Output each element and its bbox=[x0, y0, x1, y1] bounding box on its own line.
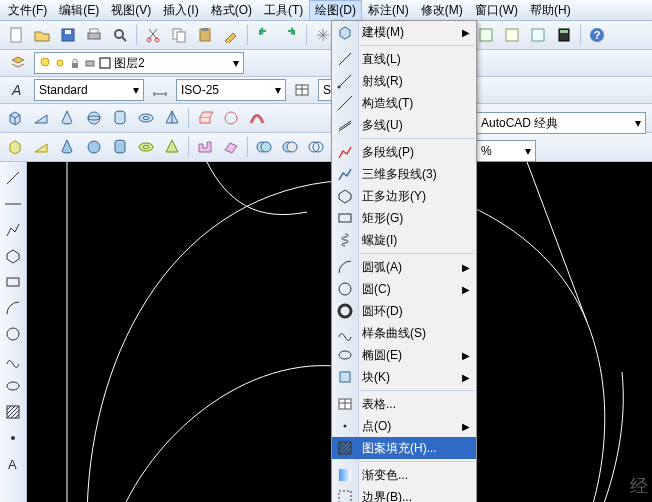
rect-icon[interactable] bbox=[1, 270, 25, 294]
menu-insert[interactable]: 插入(I) bbox=[157, 0, 204, 21]
new-icon[interactable] bbox=[4, 23, 28, 47]
wedge-icon[interactable] bbox=[30, 106, 54, 130]
save-icon[interactable] bbox=[56, 23, 80, 47]
menu-item-boundary[interactable]: 边界(B)... bbox=[332, 486, 476, 502]
table-icon bbox=[336, 395, 354, 413]
menu-file[interactable]: 文件(F) bbox=[2, 0, 53, 21]
menu-item-ellipse[interactable]: 椭圆(E)▶ bbox=[332, 344, 476, 366]
menu-item-rect[interactable]: 矩形(G) bbox=[332, 207, 476, 229]
text-icon[interactable]: A bbox=[1, 452, 25, 476]
pyr2-icon[interactable] bbox=[160, 135, 184, 159]
cone-icon[interactable] bbox=[56, 106, 80, 130]
sphere2-icon[interactable] bbox=[82, 135, 106, 159]
menu-item-mline[interactable]: 多线(U) bbox=[332, 114, 476, 136]
menu-format[interactable]: 格式(O) bbox=[205, 0, 258, 21]
subtract-icon[interactable] bbox=[278, 135, 302, 159]
match-icon[interactable] bbox=[219, 23, 243, 47]
menu-item-donut[interactable]: 圆环(D) bbox=[332, 300, 476, 322]
dimstyle-icon[interactable] bbox=[148, 78, 172, 102]
menu-dimension[interactable]: 标注(N) bbox=[362, 0, 415, 21]
print-icon[interactable] bbox=[82, 23, 106, 47]
intersect-icon[interactable] bbox=[304, 135, 328, 159]
redo-icon[interactable] bbox=[278, 23, 302, 47]
svg-point-27 bbox=[57, 60, 63, 66]
zoom-pct-combo[interactable]: %▾ bbox=[476, 140, 536, 162]
cylinder-icon[interactable] bbox=[108, 106, 132, 130]
menu-help[interactable]: 帮助(H) bbox=[524, 0, 577, 21]
workspace-combo[interactable]: AutoCAD 经典▾ bbox=[476, 112, 646, 134]
point-icon[interactable] bbox=[1, 426, 25, 450]
menu-item-3dpoly[interactable]: 三维多段线(3) bbox=[332, 163, 476, 185]
ssm-icon[interactable] bbox=[500, 23, 524, 47]
preview-icon[interactable] bbox=[108, 23, 132, 47]
menu-edit[interactable]: 编辑(E) bbox=[53, 0, 105, 21]
menu-item-spline[interactable]: 样条曲线(S) bbox=[332, 322, 476, 344]
undo-icon[interactable] bbox=[252, 23, 276, 47]
tp-icon[interactable] bbox=[474, 23, 498, 47]
menu-item-xline[interactable]: 构造线(T) bbox=[332, 92, 476, 114]
menu-draw[interactable]: 绘图(D) bbox=[309, 0, 362, 21]
menu-tools[interactable]: 工具(T) bbox=[258, 0, 309, 21]
textstyle-icon[interactable]: A bbox=[6, 78, 30, 102]
menu-item-helix[interactable]: 螺旋(I) bbox=[332, 229, 476, 251]
menu-item-block[interactable]: 块(K)▶ bbox=[332, 366, 476, 388]
menubar: 文件(F) 编辑(E) 视图(V) 插入(I) 格式(O) 工具(T) 绘图(D… bbox=[0, 0, 652, 21]
menu-item-ray[interactable]: 射线(R) bbox=[332, 70, 476, 92]
sweep-icon[interactable] bbox=[245, 106, 269, 130]
layer-combo[interactable]: 图层2 ▾ bbox=[34, 52, 244, 74]
menu-item-line[interactable]: 直线(L) bbox=[332, 48, 476, 70]
extrude-icon[interactable] bbox=[193, 106, 217, 130]
cone2-icon[interactable] bbox=[56, 135, 80, 159]
svg-rect-20 bbox=[506, 29, 518, 41]
mline-icon bbox=[336, 116, 354, 134]
wedge2-icon[interactable] bbox=[30, 135, 54, 159]
cut-icon[interactable] bbox=[141, 23, 165, 47]
circle-icon[interactable] bbox=[1, 322, 25, 346]
spline-icon[interactable] bbox=[1, 348, 25, 372]
torus2-icon[interactable] bbox=[134, 135, 158, 159]
revolve-icon[interactable] bbox=[219, 106, 243, 130]
help-icon[interactable]: ? bbox=[585, 23, 609, 47]
dimstyle-combo[interactable]: ISO-25▾ bbox=[176, 79, 286, 101]
xline-icon[interactable] bbox=[1, 192, 25, 216]
sphere-icon[interactable] bbox=[82, 106, 106, 130]
menu-item-gradient[interactable]: 渐变色... bbox=[332, 464, 476, 486]
pline-icon[interactable] bbox=[1, 218, 25, 242]
menu-item-table[interactable]: 表格... bbox=[332, 393, 476, 415]
box-icon[interactable] bbox=[4, 106, 28, 130]
menu-item-polygon[interactable]: 正多边形(Y) bbox=[332, 185, 476, 207]
ellipse-icon[interactable] bbox=[1, 374, 25, 398]
polysolid-icon[interactable] bbox=[193, 135, 217, 159]
menu-view[interactable]: 视图(V) bbox=[105, 0, 157, 21]
cyl2-icon[interactable] bbox=[108, 135, 132, 159]
menu-item-hatch[interactable]: 图案填充(H)... bbox=[332, 437, 476, 459]
tablestyle-icon[interactable] bbox=[290, 78, 314, 102]
union-icon[interactable] bbox=[252, 135, 276, 159]
copy-icon[interactable] bbox=[167, 23, 191, 47]
arc-icon[interactable] bbox=[1, 296, 25, 320]
torus-icon[interactable] bbox=[134, 106, 158, 130]
planar-icon[interactable] bbox=[219, 135, 243, 159]
textstyle-combo[interactable]: Standard▾ bbox=[34, 79, 144, 101]
paste-icon[interactable] bbox=[193, 23, 217, 47]
markup-icon[interactable] bbox=[526, 23, 550, 47]
menu-item-circle[interactable]: 圆(C)▶ bbox=[332, 278, 476, 300]
menu-item-arc[interactable]: 圆弧(A)▶ bbox=[332, 256, 476, 278]
menu-window[interactable]: 窗口(W) bbox=[469, 0, 524, 21]
hatch-icon[interactable] bbox=[1, 400, 25, 424]
menu-item-point[interactable]: 点(O)▶ bbox=[332, 415, 476, 437]
pyramid-icon[interactable] bbox=[160, 106, 184, 130]
open-icon[interactable] bbox=[30, 23, 54, 47]
box2-icon[interactable] bbox=[4, 135, 28, 159]
line-icon[interactable] bbox=[1, 166, 25, 190]
layer-manager-icon[interactable] bbox=[6, 51, 30, 75]
menu-item-label: 建模(M) bbox=[362, 24, 404, 41]
svg-text:A: A bbox=[11, 82, 21, 98]
menu-item-modeling[interactable]: 建模(M)▶ bbox=[332, 21, 476, 43]
calc-icon[interactable] bbox=[552, 23, 576, 47]
menu-modify[interactable]: 修改(M) bbox=[415, 0, 469, 21]
polygon-icon[interactable] bbox=[1, 244, 25, 268]
svg-line-65 bbox=[339, 121, 351, 129]
chevron-down-icon: ▾ bbox=[233, 56, 239, 70]
menu-item-pline[interactable]: 多段线(P) bbox=[332, 141, 476, 163]
